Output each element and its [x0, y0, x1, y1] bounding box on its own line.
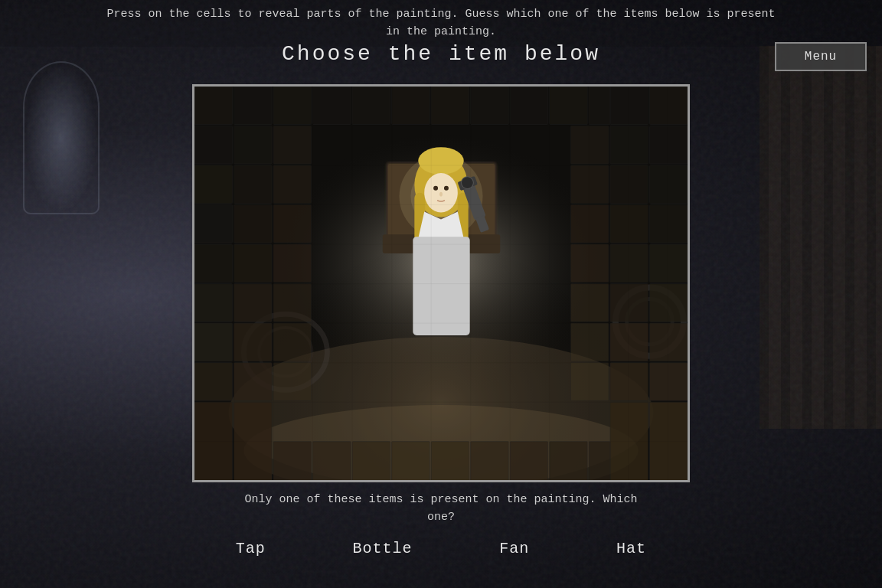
svg-point-20	[444, 186, 449, 191]
caption-line1: Only one of these items is present on th…	[244, 493, 637, 506]
svg-rect-81	[589, 442, 610, 482]
svg-rect-59	[649, 244, 688, 283]
page-title: Choose the item below	[282, 42, 600, 66]
svg-rect-84	[273, 205, 312, 243]
svg-rect-91	[570, 205, 609, 243]
svg-rect-71	[550, 87, 588, 125]
painting-container[interactable]	[192, 84, 690, 482]
svg-rect-60	[649, 284, 688, 322]
svg-rect-80	[550, 442, 588, 482]
svg-point-17	[418, 147, 463, 175]
painting-svg	[194, 87, 688, 481]
svg-rect-87	[273, 323, 312, 361]
svg-rect-29	[194, 126, 233, 165]
svg-rect-72	[589, 87, 610, 125]
svg-rect-65	[313, 87, 351, 125]
instruction-text: Press on the cells to reveal parts of th…	[0, 0, 882, 47]
svg-rect-67	[392, 87, 430, 125]
svg-rect-31	[194, 205, 233, 243]
svg-rect-44	[234, 363, 273, 401]
svg-point-21	[439, 192, 443, 197]
svg-rect-61	[649, 323, 688, 361]
svg-rect-23	[413, 237, 469, 335]
svg-rect-77	[431, 442, 469, 482]
caption-line2: one?	[427, 511, 455, 524]
instruction-line2: in the painting.	[386, 25, 496, 38]
svg-rect-43	[234, 323, 273, 361]
svg-rect-93	[570, 284, 609, 322]
svg-rect-70	[510, 87, 548, 125]
svg-rect-58	[649, 205, 688, 243]
svg-rect-94	[570, 323, 609, 361]
svg-rect-66	[352, 87, 390, 125]
svg-rect-86	[273, 284, 312, 322]
svg-rect-57	[649, 165, 688, 204]
svg-rect-55	[649, 87, 688, 125]
svg-rect-46	[610, 87, 648, 125]
svg-point-19	[433, 186, 438, 191]
svg-rect-83	[273, 165, 312, 204]
svg-rect-95	[570, 363, 609, 401]
menu-button[interactable]: Menu	[775, 42, 867, 71]
instruction-line1: Press on the cells to reveal parts of th…	[106, 8, 775, 21]
painting	[194, 87, 688, 480]
svg-rect-38	[234, 126, 273, 165]
choice-bottle[interactable]: Bottle	[341, 536, 424, 561]
choice-fan[interactable]: Fan	[488, 536, 541, 561]
svg-rect-69	[471, 87, 509, 125]
svg-rect-64	[273, 87, 312, 125]
svg-rect-92	[570, 244, 609, 283]
svg-rect-40	[234, 205, 273, 243]
svg-rect-76	[392, 442, 430, 482]
svg-rect-35	[194, 363, 233, 401]
choice-tap[interactable]: Tap	[224, 536, 277, 561]
svg-rect-47	[610, 126, 648, 165]
svg-rect-41	[234, 244, 273, 283]
painting-caption: Only one of these items is present on th…	[196, 492, 686, 526]
svg-rect-73	[273, 442, 312, 482]
svg-rect-78	[471, 442, 509, 482]
svg-rect-56	[649, 126, 688, 165]
svg-rect-34	[194, 323, 233, 361]
svg-rect-62	[649, 363, 688, 401]
svg-rect-49	[610, 205, 648, 243]
svg-rect-52	[610, 323, 648, 361]
svg-rect-90	[570, 165, 609, 204]
svg-rect-74	[313, 442, 351, 482]
svg-rect-37	[234, 87, 273, 125]
svg-rect-82	[273, 126, 312, 165]
svg-rect-32	[194, 244, 233, 283]
svg-rect-53	[610, 363, 648, 401]
svg-rect-88	[273, 363, 312, 401]
svg-rect-75	[352, 442, 390, 482]
svg-rect-50	[610, 244, 648, 283]
svg-rect-30	[194, 165, 233, 204]
svg-rect-68	[431, 87, 469, 125]
svg-rect-42	[234, 284, 273, 322]
choice-hat[interactable]: Hat	[605, 536, 658, 561]
choices-container: Tap Bottle Fan Hat	[192, 536, 690, 561]
svg-rect-85	[273, 244, 312, 283]
svg-rect-33	[194, 284, 233, 322]
svg-rect-28	[194, 87, 233, 125]
svg-rect-48	[610, 165, 648, 204]
svg-rect-39	[234, 165, 273, 204]
svg-rect-79	[510, 442, 548, 482]
svg-rect-51	[610, 284, 648, 322]
svg-rect-89	[570, 126, 609, 165]
